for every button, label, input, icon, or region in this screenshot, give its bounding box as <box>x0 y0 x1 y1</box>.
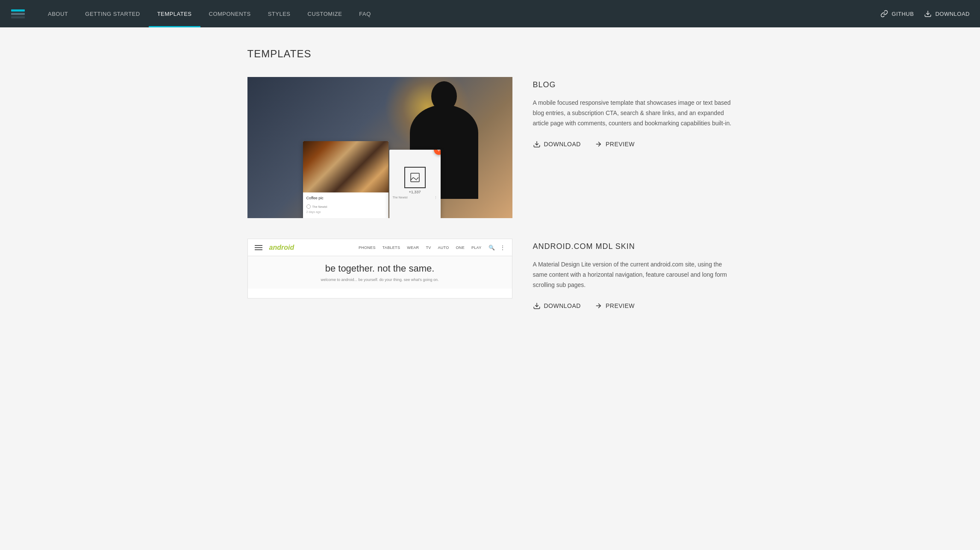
android-nav-tv: TV <box>426 245 431 250</box>
svg-rect-0 <box>11 9 25 12</box>
android-nav-one: ONE <box>456 245 465 250</box>
article-time: 2 days ago <box>303 210 388 214</box>
mobile-mockup: Coffee pic The Newist 2 days ago + <box>303 141 441 218</box>
github-label: GitHub <box>892 11 914 17</box>
svg-line-6 <box>413 177 417 180</box>
blog-download-button[interactable]: Download <box>533 140 581 148</box>
secondary-source: The Newist <box>393 196 408 199</box>
android-download-button[interactable]: Download <box>533 302 581 310</box>
blog-download-label: Download <box>544 141 581 148</box>
android-nav-wear: WEAR <box>407 245 419 250</box>
blog-card-secondary: + +1,337 The Newist ⋮ <box>389 150 441 218</box>
link-icon <box>880 10 888 18</box>
share-icon-box <box>404 167 426 188</box>
page-title: TEMPLATES <box>247 48 733 60</box>
android-preview-label: Preview <box>606 302 635 309</box>
hamburger-icon <box>255 245 262 250</box>
nav-styles[interactable]: STYLES <box>259 0 299 27</box>
header-download-link[interactable]: Download <box>924 10 970 18</box>
article-source: The Newist <box>312 205 327 208</box>
android-template-desc: A Material Design Lite version of the cu… <box>533 260 733 290</box>
android-hero-title: be together. not the same. <box>255 263 505 274</box>
svg-line-5 <box>411 177 413 180</box>
nav-components[interactable]: COMPONENTS <box>200 0 259 27</box>
android-nav-icons: 🔍 ⋮ <box>489 245 505 251</box>
secondary-card-meta: The Newist ⋮ <box>389 194 441 201</box>
android-more-icon: ⋮ <box>500 245 505 251</box>
download-icon-blog <box>533 140 541 148</box>
android-nav-phones: PHONES <box>359 245 376 250</box>
download-icon-android <box>533 302 541 310</box>
blog-template-desc: A mobile focused responsive template tha… <box>533 98 733 128</box>
coffee-pic-label: Coffee pic <box>303 192 388 204</box>
header: ABOUT GETTING STARTED TEMPLATES COMPONEN… <box>0 0 980 27</box>
android-logo: android <box>269 244 359 251</box>
nav-getting-started[interactable]: GETTING STARTED <box>77 0 148 27</box>
share-count: +1,337 <box>409 190 421 194</box>
nav-customize[interactable]: CUSTOMIZE <box>299 0 351 27</box>
android-hero: be together. not the same. welcome to an… <box>248 256 512 289</box>
arrow-right-icon-android <box>594 302 602 310</box>
svg-line-7 <box>417 177 418 179</box>
android-template-section: android PHONES TABLETS WEAR TV AUTO ONE … <box>247 239 733 310</box>
svg-rect-1 <box>11 13 25 15</box>
blog-template-name: BLOG <box>533 80 733 89</box>
coffee-image <box>303 141 388 192</box>
android-nav-auto: AUTO <box>438 245 449 250</box>
header-download-label: Download <box>935 11 970 17</box>
arrow-right-icon-blog <box>594 140 602 148</box>
blog-template-section: Coffee pic The Newist 2 days ago + <box>247 77 733 218</box>
android-search-icon: 🔍 <box>489 245 495 251</box>
main-content: TEMPLATES Coffee pic <box>234 27 747 351</box>
android-template-actions: Download Preview <box>533 302 733 310</box>
blog-preview-label: Preview <box>606 141 635 148</box>
android-template-info: ANDROID.COM MDL SKIN A Material Design L… <box>533 239 733 310</box>
blog-template-actions: Download Preview <box>533 140 733 148</box>
github-link[interactable]: GitHub <box>880 10 914 18</box>
logo[interactable] <box>10 6 26 21</box>
download-icon <box>924 10 932 18</box>
android-preview[interactable]: android PHONES TABLETS WEAR TV AUTO ONE … <box>247 239 512 299</box>
android-preview-button[interactable]: Preview <box>594 302 635 310</box>
header-actions: GitHub Download <box>880 10 970 18</box>
android-download-label: Download <box>544 302 581 309</box>
blog-template-info: BLOG A mobile focused responsive templat… <box>533 77 733 148</box>
blog-card-main: Coffee pic The Newist 2 days ago <box>303 141 388 218</box>
svg-rect-2 <box>11 16 25 18</box>
main-nav: ABOUT GETTING STARTED TEMPLATES COMPONEN… <box>39 0 880 27</box>
avatar-small <box>306 204 311 209</box>
nav-about[interactable]: ABOUT <box>39 0 77 27</box>
nav-faq[interactable]: FAQ <box>350 0 380 27</box>
android-hero-subtitle: welcome to android... be yourself. do yo… <box>255 278 505 282</box>
android-template-name: ANDROID.COM MDL SKIN <box>533 242 733 251</box>
fab-button[interactable]: + <box>434 150 441 155</box>
blog-preview-button[interactable]: Preview <box>594 140 635 148</box>
android-nav-links: PHONES TABLETS WEAR TV AUTO ONE PLAY <box>359 245 482 250</box>
nav-templates[interactable]: TEMPLATES <box>149 0 200 27</box>
android-nav-play: PLAY <box>471 245 482 250</box>
blog-card-meta: The Newist <box>303 204 388 210</box>
blog-preview[interactable]: Coffee pic The Newist 2 days ago + <box>247 77 512 218</box>
android-nav-tablets: TABLETS <box>383 245 400 250</box>
more-icon: ⋮ <box>434 196 437 199</box>
android-nav-bar: android PHONES TABLETS WEAR TV AUTO ONE … <box>248 239 512 256</box>
